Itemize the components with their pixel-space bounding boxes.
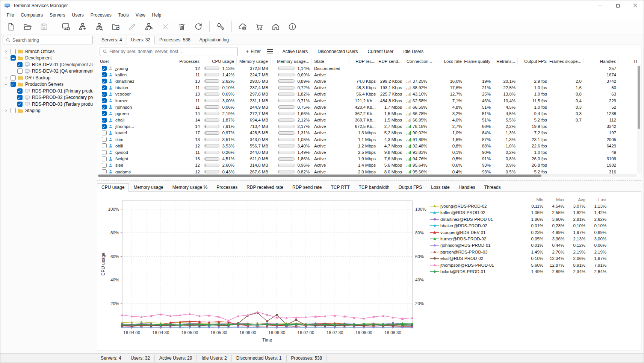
quick-filter-disconnected-users[interactable]: Disconnected Users <box>317 48 358 55</box>
quick-filter-idle-users[interactable]: Idle Users <box>402 48 424 55</box>
legend-item[interactable]: bclark@RDS-PROD-011,49%2,89%2,34%2,84% <box>429 268 635 275</box>
chevron-down-icon[interactable] <box>3 55 9 61</box>
column-header-mem[interactable]: Memory usage <box>237 58 271 65</box>
menu-processes[interactable]: Processes <box>87 12 115 18</box>
table-row[interactable]: pgreen142,19%272,7 MB1,66%Active367,2 Kb… <box>98 110 637 117</box>
table-vertical-scrollbar[interactable] <box>637 65 641 173</box>
chart-tab-cpu-usage[interactable]: CPU usage <box>97 183 129 192</box>
legend-item[interactable]: vcooper@RDS-DEV-010,23%4,99%1,97%0,69% <box>429 229 635 235</box>
table-row[interactable]: slee122,60%314,8 MB0,96%Active1,4 Mbps5,… <box>98 162 637 169</box>
table-row[interactable]: tkim133,51%343,0 MB1,05%Active1,1 Mbps4,… <box>98 136 637 143</box>
menu-help[interactable]: Help <box>149 12 165 18</box>
legend-item[interactable]: hbaker@RDS-PROD-020,01%0,23%0,10%0,10% <box>429 223 635 229</box>
menu-view[interactable]: View <box>132 12 149 18</box>
column-header-handles[interactable]: Handles <box>584 58 618 65</box>
tab-application-log[interactable]: Application log <box>195 36 233 44</box>
row-checkbox[interactable] <box>102 156 107 161</box>
column-header-quality[interactable]: Frame quality <box>464 58 493 65</box>
table-row[interactable]: qwood110,26%244,0 MB1,49%Active2,5 Mbps9… <box>98 149 637 155</box>
table-row[interactable]: rjohnson110,06%244,9 MB0,75%Active420,4 … <box>98 104 637 110</box>
tree-item-rds-prod-03[interactable]: RDS-PROD-03 (Tertiary productio <box>3 101 93 108</box>
chevron-down-icon[interactable] <box>3 82 9 87</box>
chart-tab-tcp-rtt[interactable]: TCP RTT <box>326 183 354 192</box>
settings-tools-button[interactable] <box>213 20 228 33</box>
close-button[interactable] <box>626 0 644 11</box>
table-horizontal-scrollbar[interactable] <box>98 174 637 177</box>
table-row[interactable]: dmartinez132,62%290,5 MB0,89%Active74,8 … <box>98 78 637 84</box>
row-checkbox[interactable] <box>102 105 107 109</box>
chart-tab-memory-usage[interactable]: Memory usage <box>129 183 168 192</box>
menu-computers[interactable]: Computers <box>17 12 46 18</box>
tab-servers-4[interactable]: Servers: 4 <box>97 36 127 44</box>
cloud-sync-button[interactable] <box>235 20 250 33</box>
tree-checkbox[interactable] <box>11 75 16 80</box>
tree-item-rds-prod-01[interactable]: RDS-PROD-01 (Primary productio <box>3 88 93 94</box>
tree-checkbox[interactable] <box>17 88 23 94</box>
info-button[interactable] <box>285 20 300 33</box>
row-checkbox[interactable] <box>102 143 107 148</box>
column-header-retrans[interactable]: Retrans... <box>493 58 518 65</box>
tab-processes-538[interactable]: Processes: 538 <box>155 36 195 44</box>
row-checkbox[interactable] <box>102 137 107 142</box>
table-row[interactable]: gadams120,43%267,6 MB0,82%Active2,0 Mbps… <box>98 169 637 173</box>
add-folder-button[interactable] <box>108 20 123 33</box>
menu-file[interactable]: File <box>3 12 17 18</box>
row-checkbox[interactable] <box>102 111 107 116</box>
sidebar-search-input[interactable] <box>12 38 92 43</box>
column-header-rdp_recv[interactable]: RDP rec... <box>349 58 378 65</box>
quick-filter-active-users[interactable]: Active Users <box>282 48 308 55</box>
column-header-skipped[interactable]: Frames skippe... <box>549 58 584 65</box>
row-checkbox[interactable] <box>102 124 107 129</box>
chart-tab-output-fps[interactable]: Output FPS <box>394 183 427 192</box>
column-header-mem_pct[interactable]: Memory usage... <box>271 58 312 65</box>
scrollbar-thumb[interactable] <box>638 66 640 129</box>
legend-item[interactable]: rjohnson@RDS-PROD-010,01%0,44%0,12%0,06% <box>429 242 635 249</box>
column-header-state[interactable]: State <box>312 58 349 65</box>
table-row[interactable]: ohill123,53%556,7 MB3,40%Active1,2 Mbps4… <box>98 143 637 149</box>
tree-item-rds-dev-01[interactable]: RDS-DEV-01 (Development and te <box>3 61 93 68</box>
row-checkbox[interactable] <box>102 85 107 90</box>
chart-tab-tcp-bandwidth[interactable]: TCP bandwidth <box>354 183 394 192</box>
open-folder-button[interactable] <box>20 20 35 33</box>
tree-item-development[interactable]: Development <box>3 55 93 62</box>
chart-tab-processes[interactable]: Processes <box>212 183 242 192</box>
group-settings-button[interactable] <box>141 20 156 33</box>
column-header-threads[interactable]: Th <box>618 58 637 65</box>
column-header-user[interactable]: User <box>98 58 169 65</box>
legend-item[interactable]: jthompson@RDS-PROD-015,60%12,87%8,91%7,9… <box>429 262 635 268</box>
chart-tab-rdp-send-rate[interactable]: RDP send rate <box>288 183 327 192</box>
menu-tools[interactable]: Tools <box>115 12 132 18</box>
row-checkbox[interactable] <box>102 98 107 103</box>
chevron-right-icon[interactable] <box>3 108 9 113</box>
row-checkbox[interactable] <box>102 66 107 71</box>
legend-item[interactable]: dmartinez@RDS-PROD-011,86%3,60%2,81%2,62… <box>429 216 635 222</box>
chart-tab-memory-usage[interactable]: Memory usage % <box>168 183 212 192</box>
find-group-button[interactable] <box>92 20 107 33</box>
maximize-button[interactable] <box>609 0 626 11</box>
cart-button[interactable] <box>252 20 267 33</box>
tree-item-rds-dev-02[interactable]: RDS-DEV-02 (QA environment RD <box>3 68 93 75</box>
row-checkbox[interactable] <box>102 150 107 155</box>
legend-item[interactable]: pgreen@RDS-PROD-031,49%2,76%2,19%2,19% <box>429 249 635 255</box>
add-computer-button[interactable] <box>59 20 74 33</box>
tree-checkbox[interactable] <box>17 68 23 74</box>
quick-filter-current-user[interactable]: Current User <box>367 48 395 55</box>
tree-checkbox[interactable] <box>11 108 16 113</box>
row-checkbox[interactable] <box>102 169 107 173</box>
column-header-cpu[interactable]: CPU usage <box>202 58 237 65</box>
add-filter-button[interactable]: + Filter <box>243 47 263 56</box>
column-header-conn[interactable]: Connection... <box>404 58 437 65</box>
table-row[interactable]: fwright134,51%611,0 MB1,86%Active1,9 Mbp… <box>98 156 637 162</box>
table-row[interactable]: ehall141,87%694,4 MB2,12%Active369,7 Kb.… <box>98 117 637 123</box>
tree-checkbox[interactable] <box>11 49 16 54</box>
table-row[interactable]: kallen111,42%224,7 MB0,69%Active1674 <box>98 71 637 78</box>
tree-checkbox[interactable] <box>11 55 16 61</box>
legend-item[interactable]: lturner@RDS-PROD-020,05%3,36%2,13%3,00% <box>429 235 635 242</box>
tree-checkbox[interactable] <box>17 62 23 67</box>
new-file-button[interactable] <box>3 20 18 33</box>
chevron-right-icon[interactable] <box>3 49 9 54</box>
vertical-splitter[interactable] <box>95 36 95 351</box>
tree-checkbox[interactable] <box>11 82 16 87</box>
table-row[interactable]: vcooper130,69%297,8 MB1,82%Active56,4 Kb… <box>98 91 637 97</box>
chart-tab-rdp-received-rate[interactable]: RDP received rate <box>242 183 288 192</box>
